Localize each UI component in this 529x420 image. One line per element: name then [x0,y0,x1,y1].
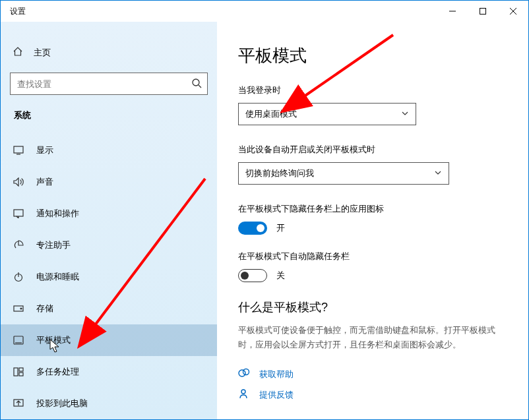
search-icon [191,78,202,90]
chevron-down-icon [401,109,409,119]
svg-point-12 [20,308,22,309]
hide-icons-label: 在平板模式下隐藏任务栏上的应用图标 [238,203,507,215]
sidebar-item-sound[interactable]: 声音 [1,166,217,198]
sidebar-item-label: 存储 [36,303,53,315]
sidebar-item-focus-assist[interactable]: 专注助手 [1,229,217,261]
hide-taskbar-label: 在平板模式下自动隐藏任务栏 [238,251,507,262]
get-help-link[interactable]: 获取帮助 [238,368,507,380]
signin-select-value: 使用桌面模式 [245,108,297,120]
chevron-down-icon [434,169,442,179]
hide-taskbar-state: 关 [276,270,285,282]
main-panel: 平板模式 当我登录时 使用桌面模式 当此设备自动开启或关闭平板模式时 切换前始终… [217,22,528,419]
sidebar-item-label: 多任务处理 [36,366,79,378]
svg-rect-6 [14,146,23,153]
sidebar-category: 系统 [1,95,217,127]
hide-taskbar-toggle[interactable] [238,269,267,282]
svg-point-19 [239,370,245,376]
sidebar-item-display[interactable]: 显示 [1,135,217,166]
focus-assist-icon [13,240,24,251]
feedback-link[interactable]: 提供反馈 [238,388,507,401]
svg-rect-16 [19,368,23,371]
svg-rect-15 [14,368,18,376]
sidebar-item-projecting[interactable]: 投影到此电脑 [1,388,217,419]
close-button[interactable] [498,1,528,22]
svg-point-21 [241,390,245,394]
signin-select[interactable]: 使用桌面模式 [238,103,416,125]
sidebar: 主页 系统 显示 声音 [1,22,217,419]
svg-line-5 [199,85,201,88]
feedback-icon [238,388,250,401]
sidebar-item-label: 平板模式 [36,334,71,346]
power-icon [13,272,24,282]
maximize-button[interactable] [468,1,498,22]
storage-icon [13,305,24,313]
sidebar-item-label: 声音 [36,176,53,188]
sound-icon [13,177,24,187]
svg-rect-17 [19,373,23,376]
minimize-button[interactable] [437,1,468,22]
sidebar-home-label: 主页 [34,47,51,59]
sidebar-item-label: 通知和操作 [36,208,79,220]
help-icon [238,368,250,380]
display-icon [13,146,24,155]
hide-icons-toggle[interactable] [238,222,267,235]
svg-rect-8 [14,210,23,216]
help-link-text: 获取帮助 [259,369,294,380]
auto-select[interactable]: 切换前始终询问我 [238,162,449,185]
app-title: 设置 [1,6,26,17]
search-box[interactable] [10,73,208,95]
signin-label: 当我登录时 [238,84,507,96]
sidebar-item-label: 专注助手 [36,239,71,251]
window-controls [437,1,528,22]
notifications-icon [13,209,24,218]
projecting-icon [13,399,24,408]
sidebar-item-notifications[interactable]: 通知和操作 [1,198,217,229]
feedback-link-text: 提供反馈 [259,389,294,401]
titlebar: 设置 [1,1,528,22]
page-title: 平板模式 [238,44,507,67]
what-is-body: 平板模式可使设备便于触控，而无需借助键盘和鼠标。打开平板模式时，应用会以全屏方式… [238,323,507,352]
sidebar-item-storage[interactable]: 存储 [1,293,217,324]
sidebar-item-label: 电源和睡眠 [36,271,79,283]
auto-label: 当此设备自动开启或关闭平板模式时 [238,144,507,156]
svg-rect-1 [480,9,486,15]
tablet-mode-icon [13,336,24,345]
sidebar-item-power-sleep[interactable]: 电源和睡眠 [1,261,217,293]
sidebar-item-tablet-mode[interactable]: 平板模式 [1,324,217,356]
sidebar-item-multitasking[interactable]: 多任务处理 [1,356,217,388]
multitasking-icon [13,367,24,376]
svg-point-4 [193,79,199,86]
svg-point-20 [243,369,249,375]
sidebar-item-label: 投影到此电脑 [36,398,88,409]
home-icon [13,46,23,59]
what-is-heading: 什么是平板模式? [238,299,507,315]
search-input[interactable] [16,76,191,92]
sidebar-home[interactable]: 主页 [1,43,217,62]
sidebar-item-label: 显示 [36,144,53,156]
hide-icons-state: 开 [276,222,285,234]
sidebar-nav: 显示 声音 通知和操作 专注助手 [1,135,217,419]
auto-select-value: 切换前始终询问我 [245,167,314,179]
